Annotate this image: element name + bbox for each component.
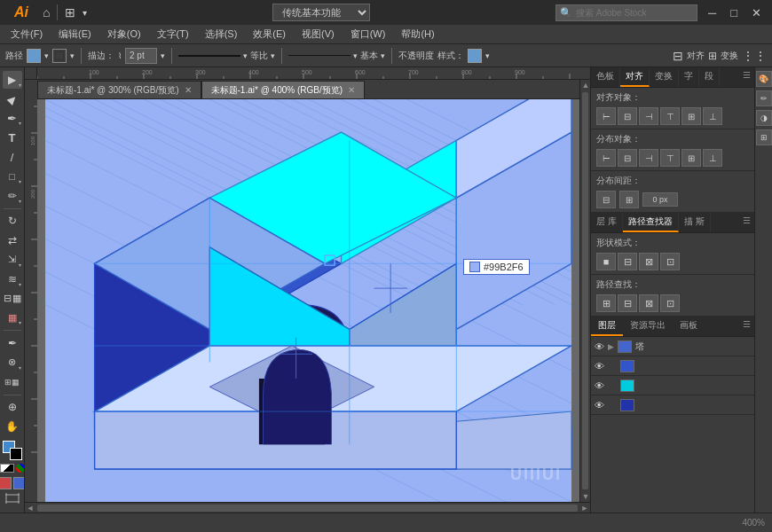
layer-0-arrow[interactable]: ▶: [608, 342, 614, 351]
layer-tab-layers[interactable]: 图层: [591, 317, 623, 336]
pencil-tool[interactable]: ✏ ▾: [3, 187, 22, 205]
layer-row-2[interactable]: 👁: [591, 376, 754, 395]
layout-dropdown-icon[interactable]: ▾: [83, 8, 87, 18]
scroll-thumb-h[interactable]: [37, 505, 578, 512]
more-icon[interactable]: ⋮⋮: [742, 49, 767, 63]
scroll-right[interactable]: ►: [579, 503, 590, 513]
stroke-input-dropdown[interactable]: ▾: [161, 51, 165, 60]
vertical-scrollbar[interactable]: ▲ ▼: [579, 80, 590, 502]
menu-view[interactable]: 视图(V): [295, 26, 342, 43]
menu-edit[interactable]: 编辑(E): [51, 26, 98, 43]
scroll-up[interactable]: ▲: [580, 80, 590, 90]
reflect-tool[interactable]: ⇄: [3, 231, 22, 249]
shape-exclude[interactable]: ⊡: [660, 253, 680, 270]
dist-bottom[interactable]: ⊥: [703, 149, 722, 167]
menu-object[interactable]: 对象(O): [100, 26, 148, 43]
workspace-selector[interactable]: 传统基本功能: [272, 4, 370, 21]
layout-icon[interactable]: ⊞: [65, 5, 75, 20]
menu-effect[interactable]: 效果(E): [246, 26, 293, 43]
layer-1-eye[interactable]: 👁: [595, 361, 604, 372]
layer-tab-artboard[interactable]: 画板: [673, 317, 705, 336]
panel-side-brush[interactable]: ✏: [756, 90, 772, 106]
shape-intersect[interactable]: ⊠: [639, 253, 658, 270]
scroll-down[interactable]: ▼: [580, 491, 590, 502]
tab-pathfinder[interactable]: 路径查找器: [623, 213, 679, 232]
artboard-tool[interactable]: [4, 493, 20, 505]
menu-help[interactable]: 帮助(H): [394, 26, 441, 43]
layer-menu[interactable]: ☰: [739, 317, 754, 336]
maximize-button[interactable]: □: [727, 4, 741, 21]
fg-bg-swatches[interactable]: [3, 441, 22, 460]
equal-dropdown[interactable]: ▾: [271, 51, 275, 60]
dist-top[interactable]: ⊤: [660, 149, 680, 167]
panel-tab-color[interactable]: 色板: [591, 67, 620, 87]
tab-desc[interactable]: 描 斯: [679, 213, 711, 232]
warp-tool[interactable]: ≋ ▾: [3, 270, 22, 288]
align-right[interactable]: ⊣: [639, 107, 658, 125]
layer-row-0[interactable]: 👁 ▶ 塔: [591, 337, 754, 356]
panel-side-color[interactable]: 🎨: [756, 71, 772, 87]
menu-window[interactable]: 窗口(W): [343, 26, 393, 43]
panel-tab-para[interactable]: 段: [699, 67, 720, 87]
menu-type[interactable]: 文字(T): [150, 26, 196, 43]
direct-selection-tool[interactable]: ▶: [3, 90, 22, 108]
mesh-tool[interactable]: ▦ ▾: [3, 309, 22, 326]
scroll-thumb-v[interactable]: [582, 92, 588, 489]
stroke-box[interactable]: [52, 49, 67, 63]
horizontal-scrollbar[interactable]: ◄ ►: [25, 502, 590, 512]
basic-dropdown[interactable]: ▾: [381, 51, 385, 60]
stroke-input[interactable]: [125, 48, 157, 64]
blend-tool[interactable]: ⊗ ▾: [3, 354, 22, 372]
align-icon[interactable]: ⊟: [673, 49, 683, 63]
eyedropper-tool[interactable]: ✒: [3, 334, 22, 352]
tab-2[interactable]: 未标题-1.ai* @ 400% (RGB/预览) ✕: [201, 81, 366, 98]
transform-icon[interactable]: ⊞: [708, 50, 717, 62]
line-segment-tool[interactable]: /: [3, 148, 22, 166]
scroll-left[interactable]: ◄: [25, 503, 35, 513]
align-top[interactable]: ⊤: [660, 107, 680, 125]
pf-merge[interactable]: ⊠: [639, 294, 658, 312]
zoom-tool[interactable]: ⊕: [3, 398, 22, 416]
background-swatch[interactable]: [10, 448, 22, 460]
selection-tool[interactable]: ▶ ▾: [3, 71, 22, 89]
red-swatch[interactable]: [0, 477, 12, 489]
panel-tab-align[interactable]: 对齐: [620, 67, 650, 87]
dist-center-v[interactable]: ⊞: [681, 149, 701, 167]
minimize-button[interactable]: ─: [705, 4, 720, 21]
bars-tool[interactable]: ⊞▦: [3, 373, 22, 391]
layer-0-eye[interactable]: 👁: [595, 341, 604, 352]
style-dropdown[interactable]: ▾: [485, 51, 490, 60]
color-icon[interactable]: [16, 464, 25, 473]
rect-tool[interactable]: □ ▾: [3, 168, 22, 185]
second-dropdown[interactable]: ▾: [353, 51, 358, 60]
dist-gap-h[interactable]: ⊟: [596, 191, 616, 208]
search-input[interactable]: [576, 8, 693, 18]
panel-side-appear[interactable]: ⊞: [756, 129, 772, 145]
fill-dropdown-icon[interactable]: ▾: [44, 51, 49, 60]
pf-trim[interactable]: ⊟: [618, 294, 637, 312]
panel-side-gradient[interactable]: ◑: [756, 110, 772, 126]
home-icon[interactable]: ⌂: [43, 5, 50, 20]
dist-gap-input[interactable]: [642, 192, 678, 207]
shape-unite[interactable]: ■: [596, 253, 616, 270]
tab-1-close[interactable]: ✕: [185, 85, 192, 95]
close-button[interactable]: ✕: [748, 4, 765, 21]
style-swatch[interactable]: [468, 49, 482, 63]
graph-tool[interactable]: ⊟ ▦: [3, 290, 22, 308]
menu-select[interactable]: 选择(S): [198, 26, 245, 43]
shape-minus[interactable]: ⊟: [618, 253, 637, 270]
stroke-swatch-dropdown[interactable]: ▾: [70, 51, 75, 60]
tab-layer-lib[interactable]: 层 库: [591, 213, 623, 232]
stroke-style-dropdown[interactable]: ▾: [243, 51, 248, 60]
align-left[interactable]: ⊢: [596, 107, 616, 125]
tab-1[interactable]: 未标题-1.ai* @ 300% (RGB/预览) ✕: [37, 81, 201, 98]
pf-divide[interactable]: ⊞: [596, 294, 616, 312]
blue-swatch[interactable]: [13, 477, 26, 489]
layer-row-1[interactable]: 👁: [591, 356, 754, 376]
align-center-h[interactable]: ⊟: [618, 107, 637, 125]
tab-2-close[interactable]: ✕: [348, 85, 355, 95]
panel-tab-transform[interactable]: 变换: [650, 67, 679, 87]
menu-file[interactable]: 文件(F): [4, 26, 50, 43]
align-bottom[interactable]: ⊥: [703, 107, 722, 125]
pf-crop[interactable]: ⊡: [660, 294, 680, 312]
